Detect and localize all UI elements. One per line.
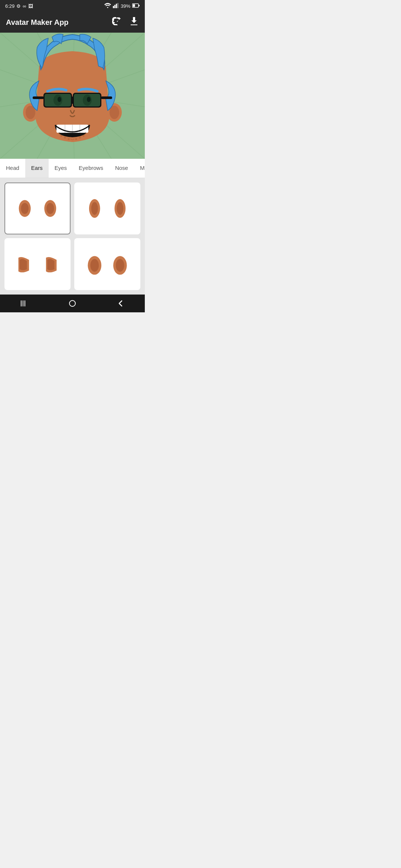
svg-point-44 — [75, 138, 77, 140]
svg-point-43 — [68, 138, 70, 140]
tab-mouth[interactable]: Mouth — [134, 159, 145, 178]
svg-point-36 — [87, 97, 91, 102]
wifi-icon — [104, 3, 111, 9]
svg-point-35 — [58, 97, 61, 102]
gallery-icon: 🖼 — [28, 3, 33, 9]
svg-rect-61 — [21, 300, 22, 306]
tab-nose[interactable]: Nose — [109, 159, 134, 178]
svg-rect-0 — [113, 6, 114, 8]
svg-point-48 — [85, 132, 86, 134]
shuffle-button[interactable] — [112, 17, 122, 27]
svg-point-42 — [64, 137, 66, 139]
download-button[interactable] — [129, 16, 139, 28]
ear-option-3[interactable] — [4, 238, 71, 290]
svg-rect-5 — [133, 4, 135, 7]
tab-eyebrows[interactable]: Eyebrows — [73, 159, 109, 178]
svg-rect-63 — [25, 300, 25, 306]
svg-point-50 — [21, 203, 29, 214]
tab-head[interactable]: Head — [0, 159, 25, 178]
back-button[interactable] — [110, 296, 132, 311]
svg-point-41 — [61, 135, 62, 137]
svg-rect-2 — [116, 4, 117, 8]
tab-ears[interactable]: Ears — [25, 159, 49, 178]
svg-rect-62 — [23, 300, 23, 306]
avatar-canvas — [0, 33, 145, 159]
status-right: 39% — [104, 3, 140, 9]
ear-option-4-preview — [74, 249, 140, 279]
signal-icon: ∞ — [23, 3, 26, 9]
toolbar-actions — [112, 16, 139, 28]
bottom-nav — [0, 295, 145, 312]
svg-rect-32 — [101, 96, 112, 99]
svg-point-56 — [117, 202, 123, 215]
ear-option-2-preview — [74, 194, 140, 223]
svg-rect-31 — [33, 96, 44, 99]
svg-point-52 — [46, 203, 54, 214]
avatar-face — [0, 33, 145, 159]
svg-rect-30 — [72, 96, 73, 104]
battery-text: 39% — [121, 3, 130, 9]
tab-bar: Head Ears Eyes Eyebrows Nose Mouth Hair — [0, 159, 145, 178]
ear-option-1-preview — [5, 194, 70, 223]
time: 6:29 — [5, 3, 14, 9]
ear-options-grid — [0, 178, 145, 295]
signal-bars-icon — [113, 3, 119, 9]
status-bar: 6:29 ⚙ ∞ 🖼 39% — [0, 0, 145, 12]
ear-option-1[interactable] — [4, 183, 71, 234]
svg-point-60 — [116, 259, 124, 272]
svg-rect-6 — [138, 5, 140, 6]
svg-rect-3 — [117, 3, 118, 8]
battery-icon — [132, 3, 140, 9]
svg-point-58 — [90, 259, 99, 272]
status-left: 6:29 ⚙ ∞ 🖼 — [5, 3, 33, 9]
back-stack-button[interactable] — [13, 296, 35, 311]
svg-point-46 — [83, 135, 85, 137]
app-title: Avatar Maker App — [6, 18, 69, 27]
svg-point-45 — [79, 137, 81, 139]
ear-option-3-preview — [4, 249, 71, 279]
svg-rect-1 — [114, 5, 115, 8]
tab-eyes[interactable]: Eyes — [49, 159, 73, 178]
ear-option-2[interactable] — [74, 183, 140, 234]
top-bar: Avatar Maker App — [0, 12, 145, 33]
svg-rect-64 — [69, 300, 75, 306]
home-button[interactable] — [61, 296, 84, 311]
settings-icon: ⚙ — [16, 3, 21, 9]
svg-point-47 — [59, 132, 60, 134]
ear-option-4[interactable] — [74, 238, 140, 290]
svg-point-54 — [91, 202, 98, 215]
